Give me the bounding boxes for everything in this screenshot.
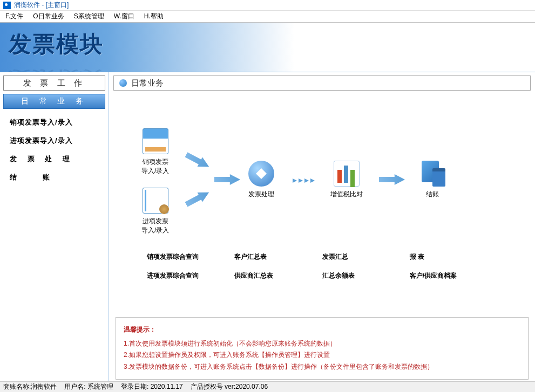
main-header: 日常业务 xyxy=(113,75,531,91)
status-user: 用户名: 系统管理 xyxy=(64,382,113,391)
arrow-icon xyxy=(214,174,240,185)
window-title: 润衡软件 - [主窗口] xyxy=(14,1,69,10)
wf-sales-label: 销项发票导入/录入 xyxy=(141,157,169,176)
titlebar: 润衡软件 - [主窗口] xyxy=(0,0,535,11)
sales-invoice-icon xyxy=(143,128,168,154)
menu-help[interactable]: H.帮助 xyxy=(144,12,164,21)
wf-purchase-label: 进项发票导入/录入 xyxy=(141,217,169,235)
link-balance-summary[interactable]: 汇总余额表 xyxy=(322,271,410,280)
wf-purchase-import[interactable]: 进项发票导入/录入 xyxy=(141,188,169,235)
link-archives[interactable]: 客户/供应商档案 xyxy=(410,271,497,280)
workflow: 销项发票导入/录入 进项发票导入/录入 发票处理 增值税比对 结账 xyxy=(109,123,535,306)
status-account: 套账名称:润衡软件 xyxy=(3,382,57,391)
arrow-icon xyxy=(184,188,212,209)
purchase-invoice-icon xyxy=(143,188,168,214)
sidebar-tab-daily[interactable]: 日 常 业 务 xyxy=(3,94,105,109)
app-icon xyxy=(3,2,11,9)
menu-window[interactable]: W.窗口 xyxy=(114,12,134,21)
arrow-icon xyxy=(379,174,405,185)
sidebar-link-closing[interactable]: 结 账 xyxy=(10,173,99,182)
wf-closing-label: 结账 xyxy=(419,190,445,199)
status-login-date: 登录日期: 2020.11.17 xyxy=(121,382,183,391)
wf-vat-label: 增值税比对 xyxy=(330,190,363,199)
sidebar-links: 销项发票导入/录入 进项发票导入/录入 发 票 处 理 结 账 xyxy=(0,112,109,196)
wf-vat[interactable]: 增值税比对 xyxy=(330,161,363,199)
tips-panel: 温馨提示： 1.首次使用发票模块须进行系统初始化（不会影响您原来账务系统的数据）… xyxy=(116,317,529,380)
tips-title: 温馨提示： xyxy=(124,324,520,336)
statusbar: 套账名称:润衡软件 用户名: 系统管理 登录日期: 2020.11.17 产品授… xyxy=(0,381,535,392)
sidebar-link-purchase-import[interactable]: 进项发票导入/录入 xyxy=(10,136,99,146)
link-purchase-query[interactable]: 进项发票综合查询 xyxy=(147,271,234,280)
banner: 发票模块 发票模块 xyxy=(0,23,535,72)
bullet-icon xyxy=(119,79,127,87)
sidebar-link-process[interactable]: 发 票 处 理 xyxy=(10,154,99,164)
process-icon xyxy=(248,161,274,187)
banner-reflection: 发票模块 xyxy=(9,66,104,72)
content: 发 票 工 作 日 常 业 务 销项发票导入/录入 进项发票导入/录入 发 票 … xyxy=(0,72,535,381)
link-invoice-summary[interactable]: 发票汇总 xyxy=(322,252,410,262)
tips-line-2: 2.如果您想设置操作员及权限，可进入账务系统【操作员管理】进行设置 xyxy=(124,349,520,361)
wf-sales-import[interactable]: 销项发票导入/录入 xyxy=(141,128,169,176)
main-header-text: 日常业务 xyxy=(131,78,164,88)
closing-icon xyxy=(419,161,445,187)
wf-closing[interactable]: 结账 xyxy=(419,161,445,199)
sidebar: 发 票 工 作 日 常 业 务 销项发票导入/录入 进项发票导入/录入 发 票 … xyxy=(0,72,109,381)
menubar: F.文件 O日常业务 S系统管理 W.窗口 H.帮助 xyxy=(0,11,535,23)
vat-compare-icon xyxy=(334,161,360,187)
link-supplier-summary[interactable]: 供应商汇总表 xyxy=(234,271,322,280)
link-reports[interactable]: 报 表 xyxy=(410,252,497,262)
arrow-dotted-icon xyxy=(293,175,319,186)
banner-title: 发票模块 xyxy=(0,23,535,59)
arrow-icon xyxy=(184,150,212,171)
bottom-links: 销项发票综合查询 进项发票综合查询 客户汇总表 供应商汇总表 发票汇总 汇总余额… xyxy=(131,252,513,290)
sidebar-link-sales-import[interactable]: 销项发票导入/录入 xyxy=(10,118,99,127)
wf-process[interactable]: 发票处理 xyxy=(248,161,274,199)
status-license: 产品授权号 ver:2020.07.06 xyxy=(191,382,268,391)
sidebar-header: 发 票 工 作 xyxy=(3,75,105,91)
menu-file[interactable]: F.文件 xyxy=(5,12,23,21)
menu-system[interactable]: S系统管理 xyxy=(74,12,104,21)
tips-line-3: 3.发票模块的数据备份，可进入账务系统点击【数据备份】进行操作（备份文件里包含了… xyxy=(124,361,520,373)
tips-line-1: 1.首次使用发票模块须进行系统初始化（不会影响您原来账务系统的数据） xyxy=(124,338,520,350)
menu-daily[interactable]: O日常业务 xyxy=(33,12,64,21)
wf-process-label: 发票处理 xyxy=(248,190,274,199)
link-customer-summary[interactable]: 客户汇总表 xyxy=(234,252,322,262)
main-panel: 日常业务 销项发票导入/录入 进项发票导入/录入 发票处理 增值税比对 xyxy=(109,72,535,381)
link-sales-query[interactable]: 销项发票综合查询 xyxy=(147,252,234,262)
